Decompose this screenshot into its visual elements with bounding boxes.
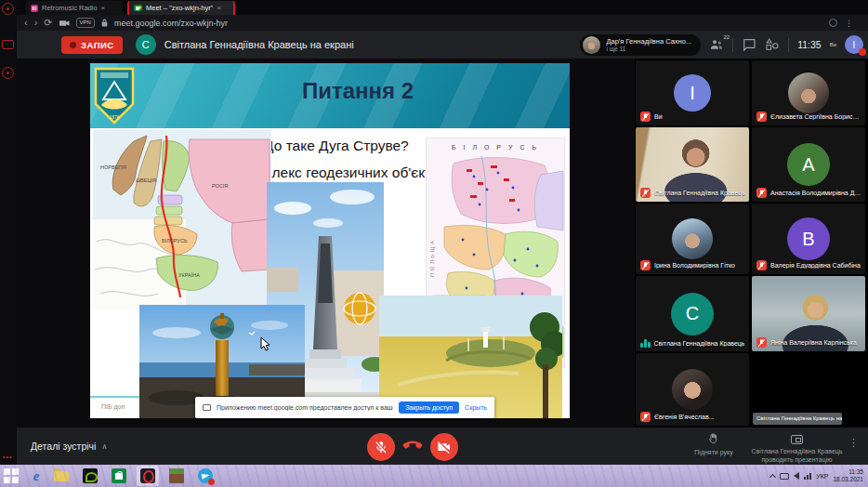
participant-tile[interactable]: Євгенія В'ячеслав... — [636, 353, 749, 426]
system-tray: УКР 11:35 18.03.2021 — [770, 465, 866, 487]
opera-gx-icon[interactable] — [139, 467, 156, 484]
camera-off-button[interactable] — [430, 433, 458, 461]
windows-taskbar: e УКР 11:35 18.03.2021 — [0, 465, 868, 487]
participant-tile-video[interactable]: Світлана Геннадіївна Кравець — [636, 127, 749, 202]
participant-tile[interactable]: Єлизавета Сергіївна Борисова — [752, 60, 865, 125]
presenter-avatar: C — [136, 34, 156, 55]
avatar: C — [671, 293, 714, 336]
close-icon[interactable]: × — [101, 5, 106, 12]
mouse-cursor — [260, 336, 271, 351]
screen-icon — [203, 404, 211, 411]
raise-hand-icon — [707, 432, 720, 445]
avatar: A — [787, 143, 830, 186]
mic-off-button[interactable] — [367, 433, 395, 461]
chevron-up-icon: ∧ — [101, 442, 107, 451]
svg-text:НОРВЕГІЯ: НОРВЕГІЯ — [100, 165, 126, 170]
tab-meet[interactable]: Meet – "zxo-wkjn-hyr" × — [127, 1, 235, 15]
address-url[interactable]: meet.google.com/zxo-wkjn-hyr — [114, 19, 228, 28]
svg-text:1876: 1876 — [109, 114, 119, 120]
divider — [788, 38, 789, 52]
minecraft-icon[interactable] — [168, 467, 185, 484]
tab-retromusic[interactable]: Retromusic Radio × — [26, 1, 123, 15]
vpn-badge[interactable]: VPN — [76, 18, 95, 27]
divider — [732, 38, 733, 52]
activities-icon[interactable] — [765, 37, 780, 52]
leave-call-button[interactable] — [401, 439, 425, 454]
presentation-icon — [791, 435, 803, 444]
meeting-details-button[interactable]: Деталі зустрічі ∧ — [31, 441, 107, 452]
browser-toolbar: ‹ › ⟳ VPN meet.google.com/zxo-wkjn-hyr ⋮ — [17, 15, 868, 31]
presenting-tooltip: Світлана Геннадіївна Кравець на екрані — [753, 413, 842, 425]
participant-tile-speaking[interactable]: C Світлана Геннадіївна Кравець — [636, 276, 749, 351]
mic-muted-icon — [756, 112, 767, 122]
svg-text:УКРАЇНА: УКРАЇНА — [178, 272, 200, 278]
participant-name: Яніна Валеріївна Карпінська — [770, 339, 857, 346]
participant-name: Світлана Геннадіївна Кравець — [654, 190, 745, 196]
avatar — [788, 72, 829, 113]
avatar: I — [674, 74, 711, 112]
profile-icon[interactable] — [829, 19, 837, 27]
screens-icon[interactable] — [2, 40, 14, 49]
participants-panel: I Ви Єлизавета Сергіївна Борисова Світла… — [635, 59, 868, 428]
mic-muted-icon — [756, 260, 767, 270]
participant-tile-you[interactable]: I Ви — [636, 60, 749, 125]
slide-footer-line — [90, 396, 144, 398]
reload-icon[interactable]: ⟳ — [44, 18, 52, 28]
tray-expand-icon[interactable] — [769, 473, 776, 480]
chat-icon[interactable] — [742, 37, 756, 52]
account-avatar[interactable]: I — [845, 35, 863, 54]
network-icon[interactable] — [780, 473, 789, 480]
presentation-stage: 1876 Питання 2 Що таке Дуга Струве? Комп… — [17, 59, 635, 428]
speaker-icon[interactable] — [794, 472, 799, 480]
hide-toast-link[interactable]: Скрыть — [465, 404, 487, 411]
close-icon[interactable]: × — [217, 5, 221, 12]
svg-text:ШВЕЦІЯ: ШВЕЦІЯ — [136, 178, 156, 183]
avatar — [672, 369, 713, 410]
mic-muted-icon — [756, 337, 767, 348]
back-icon[interactable]: ‹ — [24, 18, 28, 28]
player-icon[interactable] — [2, 67, 14, 79]
forward-icon[interactable]: › — [34, 18, 38, 28]
browser-side-strip: ••• — [0, 0, 17, 465]
participant-tile[interactable]: B Валерія Едуардівна Сабибіна — [752, 204, 865, 274]
tab-title: Retromusic Radio — [42, 4, 98, 12]
browser-menu-icon[interactable]: ⋮ — [845, 19, 853, 28]
stop-sharing-button[interactable]: Закрыть доступ — [399, 401, 459, 414]
keyboard-language[interactable]: УКР — [816, 473, 828, 480]
people-count: 22 — [723, 34, 730, 40]
meet-tab-icon — [134, 5, 142, 11]
more-options-icon[interactable]: ⋮ — [848, 437, 859, 449]
start-button[interactable] — [3, 467, 20, 484]
slide-title: Питання 2 — [174, 78, 542, 104]
nvidia-icon[interactable] — [82, 467, 99, 484]
internet-explorer-icon[interactable]: e — [28, 467, 45, 484]
tray-clock[interactable]: 11:35 18.03.2021 — [833, 468, 866, 483]
raise-hand-button[interactable]: Підняти руку — [681, 432, 746, 457]
toast-message: Приложению meet.google.com предоставлен … — [217, 404, 393, 411]
presenting-status[interactable]: Світлана Геннадіївна Кравецьпроводить пр… — [739, 431, 855, 465]
camera-off-icon — [437, 440, 452, 454]
svg-text:РОСІЯ: РОСІЯ — [212, 183, 228, 189]
shared-slide: 1876 Питання 2 Що таке Дуга Струве? Комп… — [90, 63, 570, 418]
telegram-icon[interactable] — [197, 467, 214, 484]
file-explorer-icon[interactable] — [53, 467, 70, 484]
speaking-indicator-icon — [640, 338, 651, 348]
participant-tile[interactable]: Ірина Володимирівна Гітко — [636, 204, 749, 274]
mic-muted-icon — [640, 412, 651, 422]
meet-top-bar: ЗАПИС C Світлана Геннадіївна Кравець на … — [17, 31, 868, 59]
mic-muted-icon — [756, 188, 767, 198]
participant-name: Світлана Геннадіївна Кравець — [654, 340, 745, 347]
meeting-clock: 11:35 — [797, 39, 822, 50]
store-icon[interactable] — [111, 467, 127, 484]
signal-icon[interactable] — [804, 473, 811, 480]
participant-tile[interactable]: A Анастасія Володимирівна Дв... — [752, 127, 865, 202]
people-icon[interactable]: 22 — [709, 37, 724, 52]
participant-tile-video[interactable]: Яніна Валеріївна Карпінська — [752, 276, 865, 351]
screen-share-toast: Приложению meet.google.com предоставлен … — [195, 397, 494, 418]
participants-chip[interactable]: Дар'я Геннадіївна Сахно... і ще 11 — [580, 34, 701, 56]
participant-name: Валерія Едуардівна Сабибіна — [770, 262, 861, 269]
sidebar-more-icon[interactable]: ••• — [3, 454, 12, 460]
svg-text:Б І Л О Р У С Ь: Б І Л О Р У С Ь — [452, 144, 539, 151]
participant-name: Анастасія Володимирівна Дв... — [770, 190, 861, 196]
history-icon[interactable] — [2, 3, 14, 15]
